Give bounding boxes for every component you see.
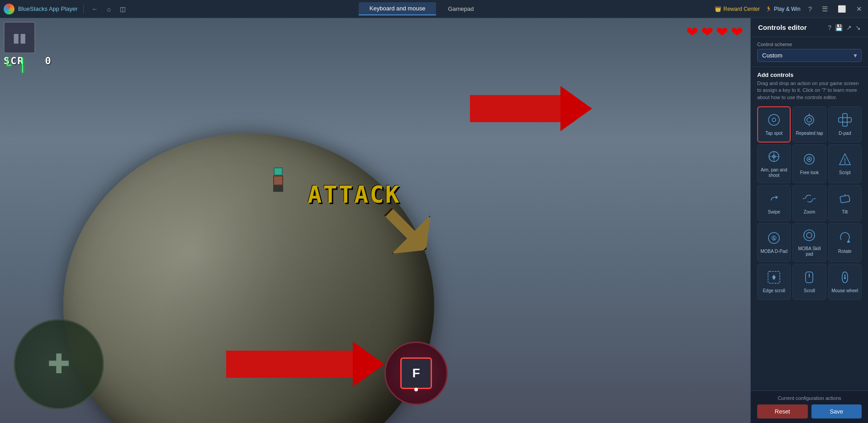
script-label: Script <box>839 170 851 176</box>
svg-point-2 <box>805 115 814 124</box>
panel-bottom: Current configuration actions Reset Save <box>751 390 868 423</box>
save-icon[interactable]: 💾 <box>835 24 843 31</box>
d-pad-label: D-pad <box>839 131 851 136</box>
control-script[interactable]: Script <box>828 144 862 183</box>
swipe-label: Swipe <box>768 209 780 215</box>
control-rotate[interactable]: Rotate <box>828 223 862 262</box>
scheme-select-wrapper: Custom ▼ <box>757 49 862 62</box>
svg-marker-30 <box>772 275 776 277</box>
controls-grid: Tap spot Repeated tap <box>757 106 862 300</box>
restore-button[interactable]: ⬜ <box>835 4 849 14</box>
multi-window-button[interactable]: ◫ <box>117 4 128 14</box>
swipe-icon <box>767 191 781 206</box>
tab-gamepad[interactable]: Gamepad <box>437 2 484 15</box>
script-icon <box>838 152 852 166</box>
back-button[interactable]: ← <box>89 4 101 14</box>
panel-header: Controls editor ? 💾 ↗ ↘ <box>751 18 868 37</box>
score-labels: SCR 0 <box>4 55 52 67</box>
control-tap-spot[interactable]: Tap spot <box>757 106 791 143</box>
moba-skill-pad-label: MOBA Skill pad <box>795 246 824 257</box>
tilt-label: Tilt <box>842 209 848 215</box>
reward-center-button[interactable]: 👑 Reward Center <box>715 6 760 12</box>
app-logo <box>4 4 14 14</box>
heart-4: ❤ <box>731 24 743 41</box>
score-area: ▮▮ SCR 0 <box>4 22 52 67</box>
sphere-texture <box>63 133 434 423</box>
control-mouse-wheel[interactable]: Mouse wheel <box>828 264 862 300</box>
inventory-icon: ▮▮ <box>13 30 26 45</box>
top-bar: BlueStacks App Player ← ⌂ ◫ Keyboard and… <box>0 0 868 18</box>
green-chars: └ │ <box>4 58 27 73</box>
reset-button[interactable]: Reset <box>757 404 808 418</box>
menu-button[interactable]: ☰ <box>820 4 830 14</box>
tap-spot-label: Tap spot <box>765 131 783 136</box>
import-icon[interactable]: ↘ <box>855 24 861 31</box>
mouse-wheel-icon <box>838 270 852 285</box>
control-scroll[interactable]: Scroll <box>792 264 826 300</box>
svg-rect-7 <box>839 118 851 122</box>
tab-bar: Keyboard and mouse Gamepad <box>132 2 711 15</box>
tab-keyboard-mouse[interactable]: Keyboard and mouse <box>359 2 436 15</box>
svg-rect-21 <box>840 195 850 203</box>
control-edge-scroll[interactable]: Edge scroll <box>757 264 791 300</box>
svg-marker-31 <box>772 277 776 280</box>
edge-scroll-icon <box>767 270 781 285</box>
heart-1: ❤ <box>686 24 698 41</box>
main-layout: ▮▮ SCR 0 └ │ ❤ ❤ ❤ ❤ AT <box>0 18 868 423</box>
add-controls-title: Add controls <box>757 71 862 78</box>
health-area: ❤ ❤ ❤ ❤ <box>686 24 743 41</box>
svg-point-1 <box>772 118 776 122</box>
reward-icon: 👑 <box>715 6 721 12</box>
control-aim-pan-shoot[interactable]: Aim, pan and shoot <box>757 144 791 183</box>
rotate-label: Rotate <box>838 249 851 254</box>
play-win-button[interactable]: 🏃 Play & Win <box>765 6 801 12</box>
moba-d-pad-icon: 5 <box>767 231 781 245</box>
config-actions-label: Current configuration actions <box>757 395 862 401</box>
scheme-label: Control scheme <box>757 42 862 47</box>
d-pad-icon <box>838 113 852 127</box>
repeated-tap-label: Repeated tap <box>796 131 823 136</box>
close-button[interactable]: ✕ <box>854 4 864 14</box>
svg-point-27 <box>806 233 812 238</box>
export-icon[interactable]: ↗ <box>846 24 852 31</box>
game-sphere <box>63 133 434 423</box>
add-controls-section: Add controls Drag and drop an action on … <box>751 67 868 390</box>
help-button[interactable]: ? <box>806 4 814 14</box>
bottom-buttons: Reset Save <box>757 404 862 418</box>
heart-2: ❤ <box>701 24 713 41</box>
control-free-look[interactable]: Free look <box>792 144 826 183</box>
svg-point-3 <box>807 118 811 122</box>
free-look-icon <box>802 152 816 166</box>
top-bar-right: 👑 Reward Center 🏃 Play & Win ? ☰ ⬜ ✕ <box>715 4 864 14</box>
scroll-label: Scroll <box>804 288 815 294</box>
play-win-label: Play & Win <box>774 6 801 12</box>
home-button[interactable]: ⌂ <box>104 4 114 14</box>
panel-header-icons: ? 💾 ↗ ↘ <box>828 24 861 31</box>
control-d-pad[interactable]: D-pad <box>828 106 862 143</box>
control-scheme-section: Control scheme Custom ▼ <box>751 37 868 67</box>
aim-pan-shoot-label: Aim, pan and shoot <box>759 167 788 178</box>
scheme-select[interactable]: Custom <box>757 49 862 62</box>
heart-3: ❤ <box>716 24 728 41</box>
control-swipe[interactable]: Swipe <box>757 185 791 221</box>
rotate-icon <box>838 231 852 245</box>
svg-point-35 <box>844 277 846 279</box>
red-arrow-to-panel <box>470 86 592 131</box>
control-zoom[interactable]: Zoom <box>792 185 826 221</box>
control-repeated-tap[interactable]: Repeated tap <box>792 106 826 143</box>
play-win-icon: 🏃 <box>765 6 772 12</box>
zoom-icon <box>802 191 816 206</box>
help-icon[interactable]: ? <box>828 24 831 31</box>
edge-scroll-label: Edge scroll <box>763 288 785 294</box>
separator <box>83 5 84 14</box>
control-moba-d-pad[interactable]: 5 MOBA D-Pad <box>757 223 791 262</box>
add-controls-desc: Drag and drop an action on your game scr… <box>757 80 862 101</box>
moba-skill-pad-icon <box>802 228 816 242</box>
svg-marker-28 <box>847 240 850 242</box>
control-tilt[interactable]: Tilt <box>828 185 862 221</box>
svg-point-14 <box>808 158 810 160</box>
reward-label: Reward Center <box>723 6 760 12</box>
app-name: BlueStacks App Player <box>18 5 78 12</box>
save-button[interactable]: Save <box>811 404 862 418</box>
control-moba-skill-pad[interactable]: MOBA Skill pad <box>792 223 826 262</box>
